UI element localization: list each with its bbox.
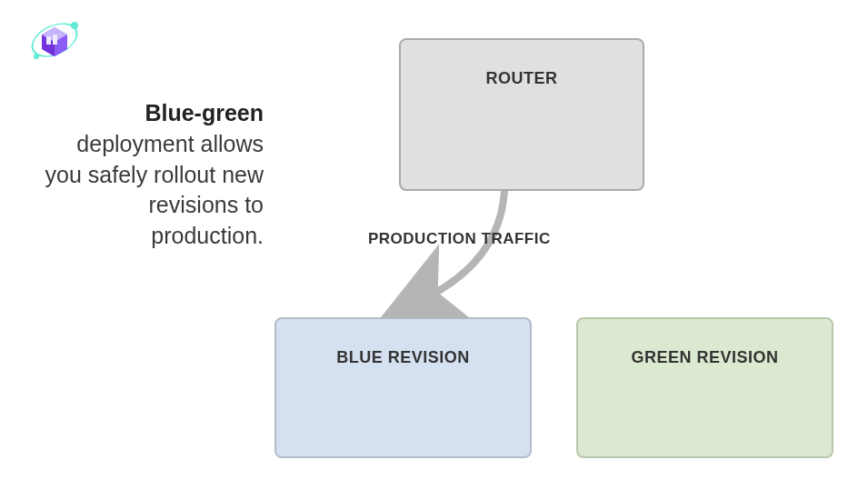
diagram-canvas: Blue-green deployment allows you safely … xyxy=(0,0,868,500)
router-box: ROUTER xyxy=(399,38,644,191)
svg-rect-7 xyxy=(46,36,51,45)
blue-revision-label: BLUE REVISION xyxy=(336,348,470,367)
traffic-arrow-icon xyxy=(364,191,545,318)
blue-revision-box: BLUE REVISION xyxy=(274,317,532,458)
traffic-label: PRODUCTION TRAFFIC xyxy=(368,230,551,248)
svg-rect-8 xyxy=(53,35,57,45)
svg-point-2 xyxy=(34,54,39,59)
svg-point-1 xyxy=(71,22,78,29)
green-revision-box: GREEN REVISION xyxy=(576,317,833,458)
container-apps-icon xyxy=(27,13,82,67)
description-text: Blue-green deployment allows you safely … xyxy=(36,98,264,252)
description-bold: Blue-green xyxy=(145,100,264,125)
router-label: ROUTER xyxy=(486,69,558,88)
green-revision-label: GREEN REVISION xyxy=(631,348,778,367)
description-rest: deployment allows you safely rollout new… xyxy=(45,131,264,248)
